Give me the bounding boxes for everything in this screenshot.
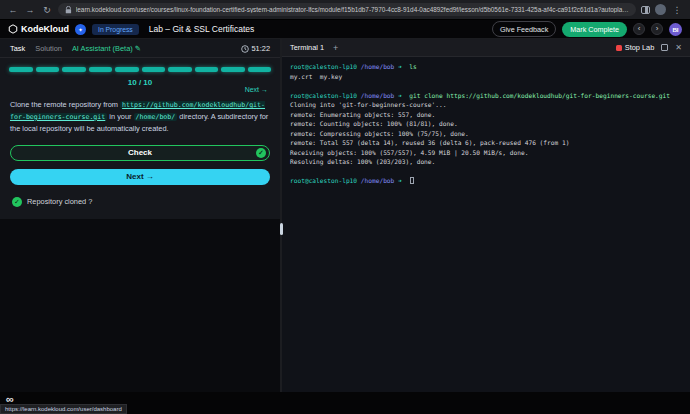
tab-task[interactable]: Task xyxy=(10,44,25,53)
checklist-item-label: Repository cloned ? xyxy=(27,197,92,206)
progress-segment xyxy=(248,67,272,72)
terminal-cursor xyxy=(410,177,414,184)
app-header: KodeKloud ✦ In Progress Lab – Git & SSL … xyxy=(0,20,690,39)
progress-bar xyxy=(0,58,280,76)
terminal-line: root@caleston-lp10 /home/bob ➜ ls xyxy=(290,62,682,72)
progress-segment xyxy=(9,67,33,72)
timer-value: 51:22 xyxy=(252,44,271,53)
url-text: learn.kodekloud.com/user/courses/linux-f… xyxy=(76,6,629,13)
checklist-item: ✓ Repository cloned ? xyxy=(0,185,280,207)
kodekloud-logo-text: KodeKloud xyxy=(21,24,69,34)
panel-resize-handle[interactable] xyxy=(280,223,283,235)
terminal-line: remote: Total 557 (delta 14), reused 36 … xyxy=(290,138,682,148)
task-instruction: Clone the remote repository from https:/… xyxy=(0,93,280,135)
url-bar[interactable]: learn.kodekloud.com/user/courses/linux-f… xyxy=(58,3,636,16)
terminal-line: my.crt my.key xyxy=(290,72,682,82)
status-badge: In Progress xyxy=(92,24,139,35)
progress-segment xyxy=(142,67,166,72)
check-button[interactable]: Check ✓ xyxy=(10,145,270,161)
browser-chrome: ← → ↻ learn.kodekloud.com/user/courses/l… xyxy=(0,0,690,20)
terminal-controls: Stop Lab ✕ xyxy=(616,43,682,52)
kodekloud-logo[interactable]: KodeKloud xyxy=(8,24,69,34)
forward-icon[interactable]: → xyxy=(24,5,36,15)
user-avatar[interactable]: BI xyxy=(669,23,682,36)
stop-lab-label: Stop Lab xyxy=(625,43,655,52)
side-panel-icon[interactable] xyxy=(641,6,650,14)
progress-segment xyxy=(195,67,219,72)
popout-icon[interactable] xyxy=(661,44,668,51)
terminal-tab[interactable]: Terminal 1 xyxy=(290,43,324,52)
check-button-label: Check xyxy=(128,148,152,157)
task-tabs: Task Solution AI Assistant (Beta) ✎ 51:2… xyxy=(0,39,280,58)
check-success-icon: ✓ xyxy=(256,148,266,158)
progress-segment xyxy=(62,67,86,72)
lesson-play-icon[interactable]: ✦ xyxy=(75,24,86,35)
bottom-bar: ∞ https://learn.kodekloud.com/user/dashb… xyxy=(0,392,690,414)
instruction-text-1: Clone the remote repository from xyxy=(10,100,120,109)
back-icon[interactable]: ← xyxy=(7,5,19,15)
task-panel: Task Solution AI Assistant (Beta) ✎ 51:2… xyxy=(0,39,282,392)
terminal-line: remote: Enumerating objects: 557, done. xyxy=(290,110,682,120)
browser-menu-icon[interactable]: ⋮ xyxy=(671,5,683,15)
add-terminal-button[interactable]: + xyxy=(333,43,338,53)
progress-segment xyxy=(115,67,139,72)
kodekloud-logo-icon xyxy=(8,24,18,34)
terminal-header: Terminal 1 + Stop Lab ✕ xyxy=(282,39,690,57)
progress-segment xyxy=(89,67,113,72)
terminal-line: root@caleston-lp10 /home/bob ➜ git clone… xyxy=(290,91,682,101)
next-question-link[interactable]: Next → xyxy=(245,86,268,93)
terminal-line: Receiving objects: 100% (557/557), 4.59 … xyxy=(290,148,682,158)
tab-solution[interactable]: Solution xyxy=(35,44,62,53)
mark-complete-button[interactable]: Mark Complete xyxy=(562,22,627,37)
terminal-line: remote: Compressing objects: 100% (75/75… xyxy=(290,129,682,139)
terminal-line: root@caleston-lp10 /home/bob ➜ xyxy=(290,176,682,186)
close-terminal-icon[interactable]: ✕ xyxy=(675,44,682,52)
refresh-icon[interactable]: ↻ xyxy=(41,5,53,15)
statusbar-link-preview: https://learn.kodekloud.com/user/dashboa… xyxy=(0,404,127,414)
tab-ai-assistant-label: AI Assistant (Beta) xyxy=(72,44,133,53)
terminal-line: remote: Counting objects: 100% (81/81), … xyxy=(290,119,682,129)
pencil-icon: ✎ xyxy=(135,44,141,53)
stop-lab-button[interactable]: Stop Lab xyxy=(616,43,655,52)
home-dir-code: /home/bob/ xyxy=(134,113,178,121)
terminal-line: Cloning into 'git-for-beginners-course'.… xyxy=(290,100,682,110)
lock-icon xyxy=(65,6,72,14)
main-content: Task Solution AI Assistant (Beta) ✎ 51:2… xyxy=(0,39,690,392)
task-done-icon: ✓ xyxy=(12,197,22,207)
prev-lesson-button[interactable]: ‹ xyxy=(633,23,645,35)
stop-icon xyxy=(616,45,622,51)
progress-segment xyxy=(221,67,245,72)
next-task-button[interactable]: Next → xyxy=(10,169,270,185)
clock-icon xyxy=(241,45,249,53)
browser-profile-avatar[interactable] xyxy=(655,4,666,15)
next-lesson-button[interactable]: › xyxy=(651,23,663,35)
task-card: Task Solution AI Assistant (Beta) ✎ 51:2… xyxy=(0,39,280,219)
terminal-line xyxy=(290,81,682,91)
progress-segment xyxy=(168,67,192,72)
terminal-line xyxy=(290,167,682,177)
terminal-output[interactable]: root@caleston-lp10 /home/bob ➜ lsmy.crt … xyxy=(282,57,690,392)
lab-timer: 51:22 xyxy=(241,44,271,53)
instruction-text-2: in your xyxy=(107,112,133,121)
progress-segment xyxy=(36,67,60,72)
tab-ai-assistant[interactable]: AI Assistant (Beta) ✎ xyxy=(72,44,141,53)
terminal-line: Resolving deltas: 100% (203/203), done. xyxy=(290,157,682,167)
page-title: Lab – Git & SSL Certificates xyxy=(149,24,255,34)
next-link-row: Next → xyxy=(0,86,280,93)
give-feedback-button[interactable]: Give Feedback xyxy=(492,21,556,37)
terminal-panel: Terminal 1 + Stop Lab ✕ root@caleston-lp… xyxy=(282,39,690,392)
